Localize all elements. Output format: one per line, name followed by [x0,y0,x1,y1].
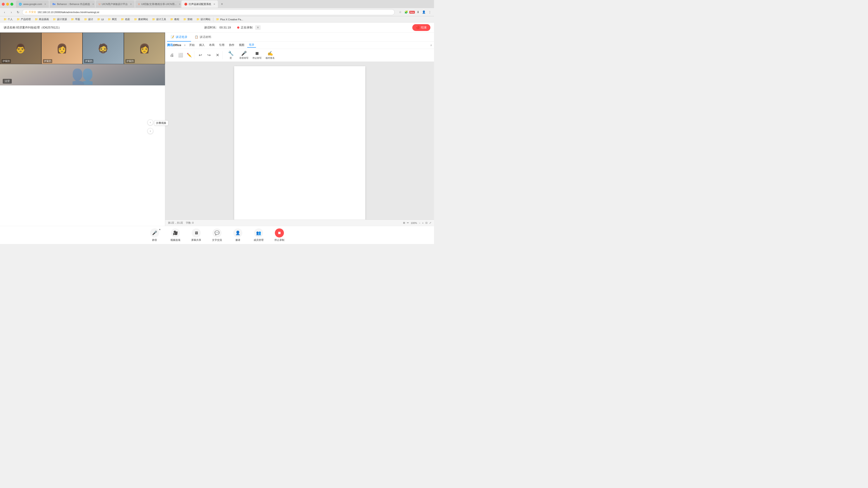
members-icon-container: 👥 [254,228,263,237]
forward-btn[interactable]: › [8,9,14,15]
page-btn[interactable]: ⬜ [177,51,185,59]
bookmark-plus[interactable]: 📁 Plus X Creative Pa... [214,17,245,22]
browser-actions: ☆ 🧩 New ⬇ 👤 ⋮ [398,10,432,15]
mic-icon: 🎤 [152,230,157,235]
menu-reference[interactable]: 引用 [217,43,226,47]
tab-label: UICN用户体验设计平台 [102,2,128,6]
stop-transcribe-btn[interactable]: ⏹ 停止转写 [251,51,264,60]
macro-btn[interactable]: 🔧 宏 [224,51,237,60]
tab-active[interactable]: 🔴 行声远谈话配置系统 ✕ [182,0,218,8]
video-thumb-2: 👩 伊菊韵 [41,33,83,64]
menu-insert[interactable]: 插入 [197,43,206,47]
bookmark-marketing[interactable]: 📁 营销 [182,17,194,22]
maximize-window-btn[interactable] [10,3,13,6]
tab-ui-share[interactable]: U UI经验/文章/教程分享-UICN用... ✕ [135,0,181,8]
menu-notes[interactable]: 笔录 [247,42,256,48]
tab-favicon: Be [53,3,56,5]
word-count: 字数: 0 [186,221,193,225]
mute-btn[interactable]: 🎤 ▲ 静音 [148,228,161,242]
document-footer: 第1页，共1页 字数: 0 ⊞ ✏ 100% − + ⊡ ⤢ [165,220,434,226]
new-tab-btn[interactable]: + [219,1,225,7]
minimize-window-btn[interactable] [6,3,9,6]
members-icon: 👥 [256,230,261,235]
bookmark-flat[interactable]: 📁 平面 [69,17,82,22]
participant-label-4: 伊菊韵 [125,59,135,63]
tab-close-btn[interactable]: ✕ [213,3,215,5]
bookmark-assets[interactable]: 📁 素材网站 [132,17,150,22]
bookmark-illustration[interactable]: 📁 商业插画 [33,17,51,22]
screen-label: 屏幕共享 [191,238,201,242]
page-content: 谈话名称:经济案件纠纷处理（ID62578121） 谈话时长: 00:31:19… [0,23,434,244]
signature-label: 核对签名 [266,57,275,60]
menu-view[interactable]: 视图 [237,43,246,47]
tab-behance[interactable]: Be Behance :: Behance 作品精选 ✕ [50,0,95,8]
tab-label: 行声远谈话配置系统 [189,2,211,6]
edit-btn[interactable]: ✏️ [185,51,193,59]
tab-google[interactable]: 🌐 www.google.com ✕ [16,0,49,8]
close-window-btn[interactable] [2,3,5,6]
chat-btn[interactable]: 💬 文字交流 [210,228,224,242]
menu-start[interactable]: 开始 [187,43,196,47]
menu-layout[interactable]: 布局 [207,43,216,47]
bookmark-design-site[interactable]: 📁 设计网站 [195,17,212,22]
fullscreen-btn[interactable]: ⤢ [429,221,431,224]
bookmark-ui[interactable]: 📁 UI [95,17,105,22]
chevron-down-btn[interactable]: › [147,128,153,134]
stop-record-btn[interactable]: ⏹ 停止录制 [273,228,286,242]
chevron-up-btn[interactable]: ‹ [147,120,153,125]
screen-share-btn[interactable]: 🖥 屏幕共享 [189,228,203,242]
bookmark-resources[interactable]: 📁 设计资源 [51,17,69,22]
bottom-controls: 🎤 ▲ 静音 🎥 视频选项 🖥 屏幕共享 💬 文字交流 👤 [0,226,434,244]
materials-label: 谈话材料 [199,35,211,39]
zoom-in-btn[interactable]: + [422,222,424,224]
bookmark-pm[interactable]: 📁 产品经理 [15,17,33,22]
document-page[interactable] [234,66,365,220]
end-call-btn[interactable]: 🔴 结束 [412,24,430,31]
zoom-out-btn[interactable]: − [419,222,420,224]
action-group-undo: ↩ ↪ ✕ [195,51,223,59]
clear-btn[interactable]: ✕ [213,51,221,59]
video-main: 👥 法官 [0,64,165,86]
tab-uicn[interactable]: U UICN用户体验设计平台 ✕ [96,0,134,8]
members-btn[interactable]: 👥 成员管理 [252,228,266,242]
bookmark-personal[interactable]: 📁 个人 [2,17,14,22]
fit-page-icon[interactable]: ⊞ [403,221,405,224]
toolbar-collapse-btn[interactable]: ∧ [430,43,432,47]
undo-btn[interactable]: ↩ [196,51,204,59]
edit-mode-icon[interactable]: ✏ [407,221,409,224]
address-field[interactable]: ⚠ 不安全 192.168.10.10:20000/talk/admin/ind… [22,9,395,15]
redo-btn[interactable]: ↪ [205,51,213,59]
menu-btn[interactable]: ⋮ [427,10,432,15]
tab-label: UI经验/文章/教程分享-UICN用... [141,2,177,6]
invite-btn[interactable]: 👤 邀请 [231,228,245,242]
bookmark-tools[interactable]: 📁 设计工具 [150,17,168,22]
reload-btn[interactable]: ↻ [16,9,21,15]
tab-close-btn[interactable]: ✕ [130,3,132,5]
bookmark-btn[interactable]: ☆ [398,10,403,15]
back-btn[interactable]: ‹ [2,9,7,15]
video-options-btn[interactable]: 🎥 视频选项 [168,228,182,242]
chevron-down-row: › [147,128,153,134]
bookmark-web[interactable]: 📁 网页 [106,17,119,22]
tab-materials[interactable]: 📋 谈话材料 [191,33,215,41]
tab-notes[interactable]: 📝 谈话笔录 [167,33,191,41]
tab-close-btn[interactable]: ✕ [44,3,46,5]
downloads-btn[interactable]: ⬇ [415,10,421,15]
zoom-fit-btn[interactable]: ⊡ [426,221,428,224]
extensions-btn[interactable]: 🧩 [404,10,409,15]
menu-collaborate[interactable]: 协作 [227,43,236,47]
profile-btn[interactable]: 👤 [421,10,426,15]
voice-transcribe-btn[interactable]: 🎤 语音转写 [238,51,250,60]
office-logo: 腾讯Office [167,43,181,47]
office-action-bar: 🖨 ⬜ ✏️ ↩ [165,49,434,61]
video-icon-container: 🎥 [171,228,180,237]
tab-close-btn[interactable]: ✕ [179,3,181,5]
tab-close-btn[interactable]: ✕ [92,3,94,5]
recording-toggle[interactable]: ⏸ [255,25,260,30]
verify-signature-btn[interactable]: ✍ 核对签名 [264,51,276,60]
bookmark-color[interactable]: 📁 色彩 [119,17,132,22]
bookmark-tutorial[interactable]: 📁 教程 [168,17,181,22]
bookmark-design[interactable]: 📁 设计 [82,17,95,22]
invite-label: 邀请 [235,238,240,242]
print-btn[interactable]: 🖨 [168,51,176,59]
